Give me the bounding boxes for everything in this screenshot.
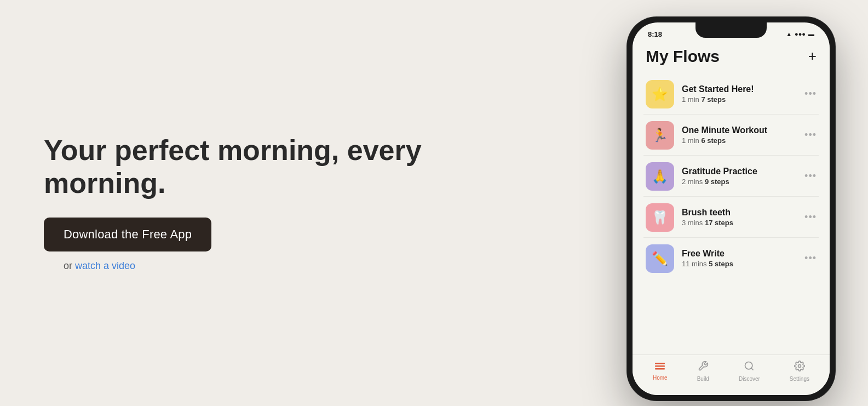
or-label: or: [64, 260, 72, 271]
flow-more-0[interactable]: •••: [804, 88, 817, 100]
headline: Your perfect morning, every morning.: [44, 134, 427, 200]
flow-info-4: Free Write 11 mins 5 steps: [682, 249, 797, 268]
left-content: Your perfect morning, every morning. Dow…: [0, 134, 627, 272]
flow-icon-0: ⭐: [646, 80, 674, 108]
flow-item-4[interactable]: ✏️ Free Write 11 mins 5 steps •••: [643, 239, 819, 278]
flow-more-4[interactable]: •••: [804, 253, 817, 264]
home-icon: [654, 361, 665, 373]
nav-settings-label: Settings: [790, 376, 809, 382]
bottom-nav: Home Build: [633, 354, 830, 395]
svg-line-4: [751, 368, 754, 370]
or-text: or watch a video: [64, 260, 135, 271]
flow-info-1: One Minute Workout 1 min 6 steps: [682, 125, 797, 145]
app-content: My Flows + ⭐ Get Started Here! 1 min 7 s…: [633, 41, 830, 278]
phone-notch: [695, 22, 767, 38]
nav-discover-label: Discover: [739, 376, 760, 382]
flow-name-2: Gratitude Practice: [682, 167, 797, 176]
flow-more-3[interactable]: •••: [804, 211, 817, 223]
flow-name-0: Get Started Here!: [682, 84, 797, 94]
flow-icon-4: ✏️: [646, 244, 674, 273]
flow-item-2[interactable]: 🙏 Gratitude Practice 2 mins 9 steps •••: [643, 157, 819, 197]
phone-outer: 8:18 ▲ ●●● ▬ My Flows + ⭐: [627, 17, 835, 401]
app-header: My Flows +: [643, 41, 819, 75]
cta-area: Download the Free App or watch a video: [44, 218, 627, 272]
settings-icon: [794, 361, 805, 374]
flow-icon-3: 🦷: [646, 203, 674, 232]
flow-item-3[interactable]: 🦷 Brush teeth 3 mins 17 steps •••: [643, 198, 819, 238]
flow-info-3: Brush teeth 3 mins 17 steps: [682, 208, 797, 227]
nav-build[interactable]: Build: [697, 361, 709, 382]
flow-meta-2: 2 mins 9 steps: [682, 178, 797, 186]
wifi-icon: ▲: [786, 31, 792, 37]
svg-point-3: [745, 362, 752, 369]
flow-name-1: One Minute Workout: [682, 125, 797, 135]
nav-build-label: Build: [697, 376, 709, 382]
signal-icon: ●●●: [795, 31, 806, 37]
flow-list: ⭐ Get Started Here! 1 min 7 steps •••: [643, 75, 819, 278]
flow-meta-3: 3 mins 17 steps: [682, 219, 797, 227]
flow-meta-1: 1 min 6 steps: [682, 136, 797, 145]
download-button[interactable]: Download the Free App: [44, 218, 211, 251]
app-title: My Flows: [646, 47, 720, 66]
flow-item-0[interactable]: ⭐ Get Started Here! 1 min 7 steps •••: [643, 75, 819, 115]
flow-info-0: Get Started Here! 1 min 7 steps: [682, 84, 797, 104]
flow-more-2[interactable]: •••: [804, 170, 817, 182]
build-icon: [698, 361, 709, 374]
phone-screen: 8:18 ▲ ●●● ▬ My Flows + ⭐: [633, 22, 830, 395]
flow-item-1[interactable]: 🏃 One Minute Workout 1 min 6 steps •••: [643, 116, 819, 156]
battery-icon: ▬: [808, 31, 814, 37]
svg-rect-1: [655, 365, 665, 367]
svg-point-5: [798, 364, 801, 367]
flow-name-3: Brush teeth: [682, 208, 797, 218]
nav-discover[interactable]: Discover: [739, 361, 760, 382]
discover-icon: [744, 361, 755, 374]
watch-video-link[interactable]: watch a video: [75, 260, 135, 271]
status-time: 8:18: [648, 30, 662, 38]
flow-meta-0: 1 min 7 steps: [682, 95, 797, 104]
spacer: [633, 278, 830, 355]
nav-settings[interactable]: Settings: [790, 361, 809, 382]
status-icons: ▲ ●●● ▬: [786, 31, 814, 37]
flow-more-1[interactable]: •••: [804, 129, 817, 141]
flow-icon-2: 🙏: [646, 162, 674, 191]
flow-name-4: Free Write: [682, 249, 797, 259]
flow-info-2: Gratitude Practice 2 mins 9 steps: [682, 167, 797, 186]
nav-home-label: Home: [653, 375, 668, 381]
flow-icon-1: 🏃: [646, 121, 674, 150]
svg-rect-2: [655, 368, 665, 370]
svg-rect-0: [655, 363, 665, 364]
flow-meta-4: 11 mins 5 steps: [682, 260, 797, 268]
phone-container: 8:18 ▲ ●●● ▬ My Flows + ⭐: [627, 17, 835, 401]
nav-home[interactable]: Home: [653, 361, 668, 382]
watch-video-row: or watch a video: [44, 260, 135, 272]
add-flow-button[interactable]: +: [808, 48, 817, 65]
